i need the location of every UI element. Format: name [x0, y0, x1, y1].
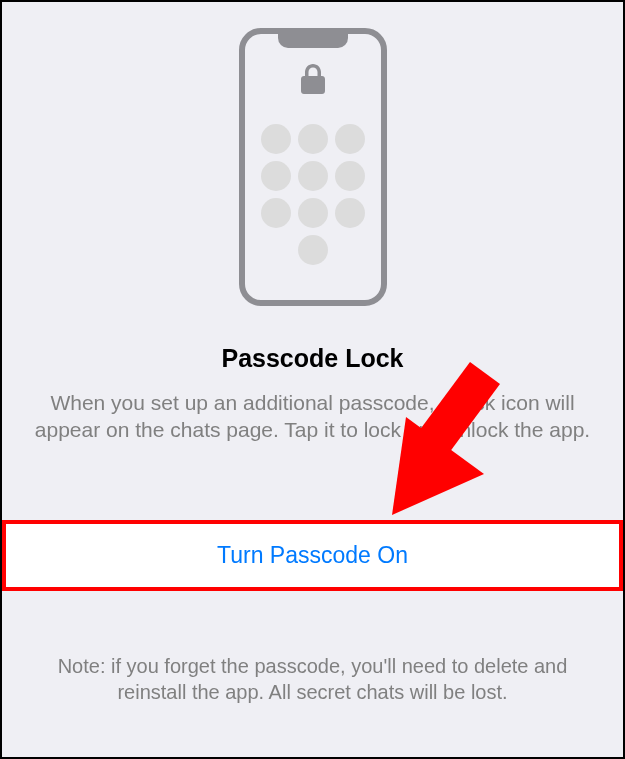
lock-icon: [301, 64, 325, 94]
page-title: Passcode Lock: [221, 344, 403, 373]
note-text: Note: if you forget the passcode, you'll…: [2, 653, 623, 705]
phone-lock-illustration: [239, 28, 387, 306]
turn-passcode-on-button[interactable]: Turn Passcode On: [2, 520, 623, 591]
keypad-illustration: [261, 124, 365, 265]
phone-notch: [278, 34, 348, 48]
turn-passcode-on-label: Turn Passcode On: [217, 542, 408, 568]
description-text: When you set up an additional passcode, …: [2, 389, 623, 444]
passcode-settings-screen: Passcode Lock When you set up an additio…: [2, 2, 623, 757]
